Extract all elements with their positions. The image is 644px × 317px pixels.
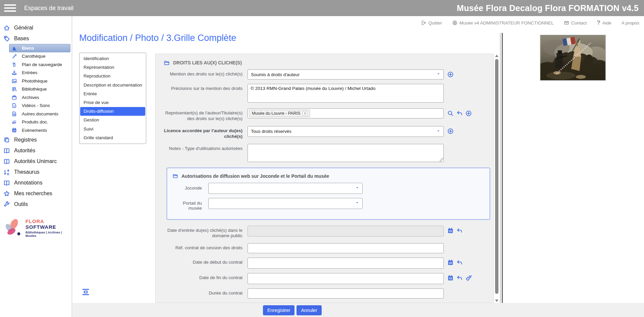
folder-icon <box>172 173 178 179</box>
sidebar-item-biblioth-que[interactable]: Bibliothèque <box>9 85 70 94</box>
sidebar-item-plan-de-sauvegarde[interactable]: Plan de sauvegarde <box>9 60 70 69</box>
add-circle-icon[interactable] <box>447 71 454 78</box>
subsection-title: Autorisations de diffusion web sur Jocon… <box>181 173 329 179</box>
sidebar-item-phototh-que[interactable]: Photothèque <box>9 77 70 85</box>
sidebar-item-autres-documents[interactable]: Autres documents <box>9 110 70 118</box>
sidebar-item-ev-nements[interactable]: Evènements <box>9 126 70 135</box>
licence-accord-e-par-l-auteur-du-es-clich-s-select[interactable]: Tous droits réservés <box>248 126 444 137</box>
record-thumbnail[interactable] <box>540 35 606 81</box>
sidebar-item-registres[interactable]: Registres <box>0 135 72 145</box>
page-scroll-track[interactable] <box>500 33 502 317</box>
sidebar-item-thesaurus[interactable]: ABThesaurus <box>0 167 72 177</box>
repr-sentant-s-de-l-auteur-titulaire-s-des-droits-sur-le-s-clich-s-chips-field[interactable]: Musée du Louvre - PARISx <box>248 108 444 118</box>
sidebar-item-entr-es[interactable]: Entrées <box>9 69 70 77</box>
sidebar-item-outils[interactable]: Outils <box>0 199 72 210</box>
add-circle-icon[interactable] <box>465 110 472 117</box>
undo-icon[interactable] <box>456 259 463 266</box>
tab-reproduction[interactable]: Reproduction <box>79 72 146 81</box>
notes-type-d-utilisations-autoris-es-textarea[interactable] <box>248 144 444 162</box>
sidebar-item-autorit-s[interactable]: Autorités <box>0 145 72 156</box>
utility-link-aide[interactable]: ?Aide <box>597 19 611 26</box>
image-icon <box>11 78 17 84</box>
utility-link-a-propos[interactable]: A propos <box>622 20 639 25</box>
tab-description-et-documentation[interactable]: Description et documentation <box>79 81 146 90</box>
section-title: DROITS LIES AU(X) CLICHE(S) <box>173 60 242 65</box>
form-panel: DROITS LIES AU(X) CLICHE(S) Mention des … <box>155 54 494 303</box>
logo-name: FLORA <box>25 218 44 224</box>
open-book-icon <box>3 147 10 154</box>
mention-des-droits-sur-le-s-clich-s-select[interactable]: Soumis à droits d'auteur <box>248 69 444 80</box>
tag-icon <box>3 35 10 42</box>
form-row-notes-type-d-utilisations-autoris-es: Notes - Type d'utilisations autorisées <box>164 144 493 163</box>
date-de-fin-du-contrat-input[interactable] <box>248 273 444 284</box>
sidebar-item-caroth-que[interactable]: Carothèque <box>9 52 70 61</box>
undo-icon[interactable] <box>456 110 463 117</box>
scrollbar-thumb[interactable] <box>495 59 498 294</box>
file-play-icon <box>11 103 17 108</box>
workspace-label[interactable]: Espaces de travail <box>24 5 73 12</box>
portail-du-mus-e-select[interactable] <box>208 198 363 209</box>
tab-repr-sentation[interactable]: Représentation <box>79 63 146 72</box>
sidebar-item-annotations[interactable]: Annotations <box>0 177 72 188</box>
form-row-pr-cisions-sur-la-mention-des-droits: Précisions sur la mention des droits <box>164 84 493 104</box>
form-tab-list: IdentificationReprésentationReproduction… <box>79 53 146 144</box>
pr-cisions-sur-la-mention-des-droits-textarea[interactable] <box>248 84 444 103</box>
tab-identification[interactable]: Identification <box>79 54 146 63</box>
add-circle-icon[interactable] <box>447 128 454 135</box>
svg-text:B: B <box>7 172 9 175</box>
sidebar-item-vid-os-sons[interactable]: Vidéos - Sons <box>9 102 70 110</box>
calendar-icon[interactable] <box>447 275 454 281</box>
calendar-icon[interactable] <box>447 259 454 266</box>
scroll-down-arrow[interactable] <box>495 300 498 302</box>
sidebar-item-g-n-ral[interactable]: Général <box>0 22 72 33</box>
sidebar-item-label: Autres documents <box>22 111 58 116</box>
sidebar-item-autorit-s-unimarc[interactable]: Autorités Unimarc <box>0 156 72 167</box>
books-icon <box>11 86 17 92</box>
utility-link-contact[interactable]: Contact <box>564 20 587 25</box>
date-de-d-but-du-contrat-input[interactable] <box>248 258 444 269</box>
tab-grille-standard[interactable]: Grille standard <box>79 134 146 142</box>
tab-gestion[interactable]: Gestion <box>79 116 146 124</box>
question-icon: ? <box>597 19 600 26</box>
form-row-date-de-d-but-du-contrat: Date de début du contrat <box>164 258 493 269</box>
sidebar-item-label: Mes recherches <box>14 191 52 197</box>
sidebar-item-produits-doc-[interactable]: Produits doc. <box>9 118 70 126</box>
menu-icon[interactable] <box>4 4 16 12</box>
date-d-entr-e-du-es-clich-s-dans-le-domaine-public-input[interactable] <box>248 226 444 236</box>
sidebar-item-archives[interactable]: Archives <box>9 93 70 102</box>
papers-icon <box>11 119 17 125</box>
sidebar-item-biens[interactable]: Biens <box>9 44 70 52</box>
utility-link-quitter[interactable]: Quitter <box>421 20 442 25</box>
logo-name2: SOFTWARE <box>25 224 56 230</box>
tab-entr-e[interactable]: Entrée <box>79 90 146 98</box>
dur-e-du-contrat-input[interactable] <box>248 288 444 299</box>
field-label: Notes - Type d'utilisations autorisées <box>164 144 246 152</box>
sidebar-item-bases[interactable]: Bases <box>0 33 72 44</box>
search-icon[interactable] <box>447 110 454 117</box>
chip-remove-icon[interactable]: x <box>303 111 307 116</box>
expand-sections-icon[interactable] <box>82 288 90 298</box>
utility-link-mus-e-v4-administrateur-fonctionnel[interactable]: Musée v4 ADMINISTRATEUR FONCTIONNEL <box>452 20 554 25</box>
undo-icon[interactable] <box>456 227 463 234</box>
cancel-button[interactable]: Annuler <box>297 305 321 315</box>
tab-suivi[interactable]: Suivi <box>79 125 146 134</box>
r-f-contrat-de-cession-des-droits-input[interactable] <box>248 243 444 253</box>
gears-icon[interactable] <box>465 275 472 281</box>
flora-flower-icon <box>4 217 22 238</box>
scroll-up-arrow[interactable] <box>495 55 498 57</box>
undo-icon[interactable] <box>456 275 463 281</box>
sidebar-item-label: Bases <box>14 36 29 42</box>
sidebar-item-label: Autorités Unimarc <box>14 158 57 164</box>
calendar-icon <box>11 127 17 133</box>
form-scrollbar <box>494 54 499 303</box>
calendar-icon[interactable] <box>447 227 454 234</box>
save-button[interactable]: Enregistrer <box>263 305 294 315</box>
tab-prise-de-vue[interactable]: Prise de vue <box>79 98 146 107</box>
envelope-icon <box>564 20 569 25</box>
field-label: Mention des droits sur le(s) cliché(s) <box>164 69 246 77</box>
open-book-icon <box>3 179 10 186</box>
tab-droits-diffusion[interactable]: Droits-diffusion <box>80 107 145 116</box>
sidebar-item-mes-recherches[interactable]: Mes recherches <box>0 188 72 199</box>
joconde-select[interactable] <box>208 183 363 194</box>
form-row-portail-du-mus-e: Portail du musée <box>172 198 490 211</box>
